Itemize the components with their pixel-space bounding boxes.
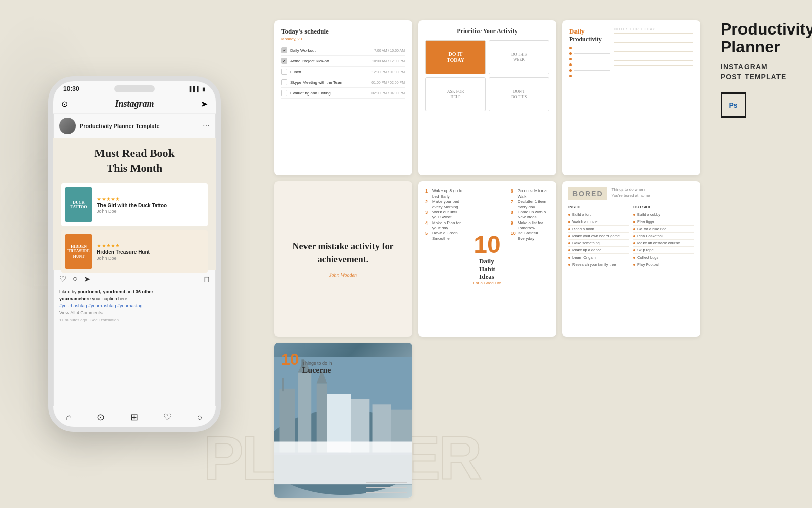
svg-rect-4 (282, 378, 284, 391)
quote-text: Never mistake activity for achievement. (286, 240, 400, 266)
daily-black-title: Productivity (569, 36, 610, 43)
post-header: Productivity Planner Template ⋯ (53, 114, 216, 138)
check-1: ✓ (281, 47, 287, 53)
note-line-7 (614, 60, 693, 61)
card-prioritize: Prioritize Your Activity DO ITTODAY DO T… (418, 20, 556, 175)
lucerne-line-2 (366, 485, 407, 485)
task-line-1 (574, 48, 610, 48)
book-title-1: The Girl with the Duck Tattoo (97, 203, 204, 209)
note-line-1 (614, 33, 693, 34)
heart-nav-icon[interactable]: ♡ (163, 411, 172, 423)
instagram-title: Instagram (115, 99, 154, 109)
note-line-3 (614, 42, 693, 43)
inside-8: Research your family tree (568, 261, 629, 268)
outside-4: Play Basketball (633, 233, 694, 240)
lucerne-title: Things to do in (302, 361, 332, 366)
inside-title: INSIDE (568, 205, 629, 209)
post-comments-link[interactable]: View All 4 Comments (53, 309, 216, 316)
post-title: Must Read Book This Month (94, 146, 175, 175)
habit-items-left: 1 Wake up & go to bed Early 2 Make your … (425, 188, 464, 241)
phone-nav: ⌂ ⊙ ⊞ ♡ ○ (53, 406, 216, 427)
schedule-title: Today's schedule (281, 27, 405, 36)
card-quote: Never mistake activity for achievement. … (274, 181, 412, 336)
check-4 (281, 79, 287, 85)
inside-1: Build a fort (568, 211, 629, 218)
lucerne-line-1 (366, 482, 407, 483)
home-nav-icon[interactable]: ⌂ (66, 412, 72, 423)
priority-do-week: DO THISWEEK (489, 40, 549, 74)
book-cover-1: DUCKTATTOO (65, 187, 92, 222)
note-line-6 (614, 56, 693, 56)
phone-status-icons: ▌▌▌ ▮ (190, 86, 206, 92)
bookmark-icon[interactable]: ⊓ (204, 274, 210, 284)
comment-icon[interactable]: ○ (73, 274, 78, 284)
book-title-2: Hidden Treasure Hunt (97, 249, 204, 256)
priority-do-today: DO ITTODAY (425, 40, 486, 74)
habit-left: 1 Wake up & go to bed Early 2 Make your … (425, 188, 464, 329)
send-icon[interactable]: ➤ (201, 99, 208, 109)
book-item-2: HIDDENTREASUREHUNT ★★★★★ Hidden Treasure… (61, 230, 208, 273)
ps-badge: Ps (721, 92, 746, 118)
habit-item-3: 3 Work out until you Sweat (425, 210, 464, 220)
card-bored: BORED Things to do whenYou're bored at h… (562, 181, 700, 336)
add-nav-icon[interactable]: ⊞ (130, 411, 138, 423)
bored-columns: INSIDE Build a fort Watch a movie Read a… (568, 205, 694, 268)
heart-icon[interactable]: ♡ (59, 274, 66, 284)
more-options-icon[interactable]: ⋯ (202, 122, 210, 131)
phone-camera-pill (114, 85, 155, 92)
grid-section: Today's schedule Monday, 20 ✓ Daily Work… (269, 0, 710, 508)
task-line-3 (574, 59, 610, 59)
daily-task-2 (569, 52, 610, 55)
habit-item-4: 4 Make a Plan for your day (425, 220, 464, 231)
habit-right: 6 Go outside for a Walk 7 Declutter 1 it… (511, 188, 549, 329)
book-cover-2: HIDDENTREASUREHUNT (65, 234, 92, 269)
note-line-8 (614, 65, 693, 66)
time-5: 02:00 PM / 04:00 PM (371, 91, 405, 95)
lucerne-number: 10 (281, 350, 299, 369)
phone-section: 10:30 ▌▌▌ ▮ ⊙ Instagram ➤ Productivity P… (0, 0, 269, 508)
priority-grid: DO ITTODAY DO THISWEEK ASK FORHELP DON'T… (425, 40, 549, 111)
book-author-1: John Doe (97, 209, 204, 214)
task-3: Lunch (290, 70, 368, 74)
inside-2: Watch a movie (568, 218, 629, 226)
habit-item-6: 6 Go outside for a Walk (511, 188, 549, 199)
card-daily: Daily Productivity (562, 20, 700, 175)
lucerne-header: 10 Things to do in Lucerne (281, 350, 405, 375)
lucerne-line-3 (366, 487, 407, 488)
habit-subtitle: For a Good Life (473, 281, 501, 285)
daily-task-3 (569, 58, 610, 60)
book-stars-1: ★★★★★ (97, 196, 204, 202)
task-line-4 (574, 65, 610, 65)
lucerne-bg: 10 Things to do in Lucerne (274, 343, 412, 498)
phone-frame: 10:30 ▌▌▌ ▮ ⊙ Instagram ➤ Productivity P… (48, 76, 221, 432)
lucerne-line-4 (366, 490, 407, 490)
bored-label: BORED (568, 187, 607, 200)
schedule-item-4: Skype Meeting with the Team 01:00 PM / 0… (281, 77, 405, 88)
lucerne-subtitle: Lucerne (302, 366, 332, 375)
profile-nav-icon[interactable]: ○ (197, 412, 203, 423)
outside-2: Play tiggy (633, 218, 694, 226)
daily-notes: NOTES FOR TODAY (614, 27, 693, 168)
bored-subtitle: Things to do whenYou're bored at home (612, 187, 650, 198)
note-line-2 (614, 38, 693, 38)
habit-center: 10 DailyHabitIdeas For a Good Life (469, 188, 505, 329)
schedule-item-1: ✓ Daily Workout 7:00 AM / 10:00 AM (281, 45, 405, 56)
book-item-1: DUCKTATTOO ★★★★★ The Girl with the Duck … (61, 183, 208, 226)
camera-icon[interactable]: ⊙ (61, 99, 68, 109)
daily-task-4 (569, 64, 610, 66)
search-nav-icon[interactable]: ⊙ (97, 411, 105, 423)
prioritize-title: Prioritize Your Activity (425, 27, 549, 35)
check-5 (281, 90, 287, 96)
habit-item-7: 7 Declutter 1 item every day (511, 199, 549, 210)
instagram-header: ⊙ Instagram ➤ (53, 94, 216, 114)
daily-left: Daily Productivity (569, 27, 610, 168)
habit-item-8: 8 Come up with 5 New Ideas (511, 210, 549, 220)
share-icon[interactable]: ➤ (84, 274, 90, 284)
note-line-4 (614, 47, 693, 47)
actions-left: ♡ ○ ➤ (59, 274, 90, 284)
avatar (59, 118, 76, 134)
bullet-2 (569, 52, 572, 55)
time-4: 01:00 PM / 02:00 PM (371, 81, 405, 84)
outside-1: Build a cubby (633, 211, 694, 218)
priority-dont: DON'TDO THIS (489, 77, 549, 111)
